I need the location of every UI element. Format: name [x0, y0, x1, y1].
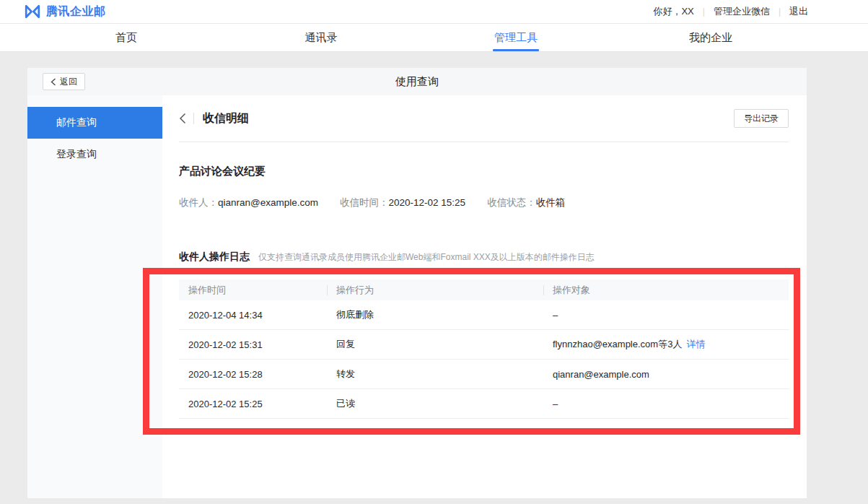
sidebar-item-mail-query[interactable]: 邮件查询 — [27, 107, 162, 139]
tab-my-company[interactable]: 我的企业 — [613, 24, 808, 51]
brand-logo[interactable]: 腾讯企业邮 — [24, 4, 106, 19]
table-row: 2020-12-02 15:31 回复 flynnzhao@example.co… — [179, 330, 789, 360]
tab-home[interactable]: 首页 — [29, 24, 224, 51]
details-link[interactable]: 详情 — [686, 339, 705, 349]
back-button[interactable]: 返回 — [43, 73, 85, 90]
detail-content: 收信明细 导出记录 产品讨论会议纪要 收件人：qianran@example.c… — [162, 95, 807, 498]
main-nav: 首页 通讯录 管理工具 我的企业 — [0, 24, 868, 52]
manage-wecom-link[interactable]: 管理企业微信 — [714, 5, 770, 18]
table-row: 2020-12-04 14:34 彻底删除 – — [179, 300, 789, 330]
greeting-text: 你好，XX — [653, 5, 693, 18]
brand-name: 腾讯企业邮 — [46, 4, 106, 19]
column-header-time: 操作时间 — [179, 279, 327, 300]
column-header-target: 操作对象 — [543, 279, 789, 300]
table-row: 2020-12-02 15:25 已读 – — [179, 389, 789, 419]
usage-query-panel: 返回 使用查询 邮件查询 登录查询 收信明细 导出记录 产品讨论会议纪要 — [27, 68, 807, 498]
sidebar: 邮件查询 登录查询 — [27, 95, 162, 498]
meta-recipient: 收件人：qianran@example.com — [179, 196, 318, 209]
log-section-note: 仅支持查询通讯录成员使用腾讯企业邮Web端和Foxmail XXX及以上版本的邮… — [258, 251, 595, 264]
back-chevron-icon — [51, 78, 56, 86]
operation-log-table: 操作时间 操作行为 操作对象 2020-12-04 14:34 彻底删除 – 2… — [179, 279, 789, 419]
sidebar-item-login-query[interactable]: 登录查询 — [27, 139, 162, 170]
exmail-logo-icon — [24, 4, 41, 19]
tab-admin-tools[interactable]: 管理工具 — [418, 24, 613, 51]
table-row: 2020-12-02 15:28 转发 qianran@example.com — [179, 360, 789, 389]
meta-receive-time: 收信时间：2020-12-02 15:25 — [340, 196, 465, 209]
detail-header: 收信明细 导出记录 — [179, 95, 789, 142]
log-section-title: 收件人操作日志 — [179, 251, 250, 264]
divider: | — [703, 6, 705, 17]
export-records-button[interactable]: 导出记录 — [734, 109, 789, 128]
mail-subject: 产品讨论会议纪要 — [179, 165, 789, 178]
active-tab-underline — [493, 49, 539, 51]
logout-link[interactable]: 退出 — [789, 5, 808, 18]
divider — [193, 113, 194, 124]
divider: | — [779, 6, 781, 17]
table-header-row: 操作时间 操作行为 操作对象 — [179, 279, 789, 300]
topbar-right: 你好，XX | 管理企业微信 | 退出 — [653, 5, 808, 18]
column-header-action: 操作行为 — [327, 279, 543, 300]
meta-receive-status: 收信状态：收件箱 — [487, 196, 565, 209]
topbar: 腾讯企业邮 你好，XX | 管理企业微信 | 退出 — [0, 0, 868, 24]
panel-header-strip: 返回 使用查询 — [27, 68, 807, 95]
log-section-header: 收件人操作日志 仅支持查询通讯录成员使用腾讯企业邮Web端和Foxmail XX… — [179, 251, 789, 264]
detail-back-chevron-icon[interactable] — [179, 111, 186, 126]
mail-meta-row: 收件人：qianran@example.com 收信时间：2020-12-02 … — [179, 196, 789, 209]
page-title: 使用查询 — [27, 75, 807, 89]
detail-title: 收信明细 — [203, 111, 249, 126]
tab-contacts[interactable]: 通讯录 — [224, 24, 418, 51]
